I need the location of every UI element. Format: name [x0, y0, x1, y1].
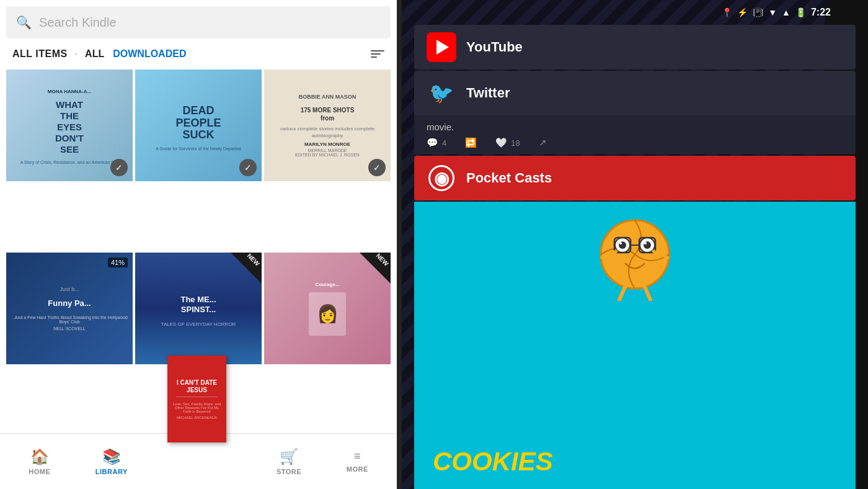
floating-book-author: MICHAEL ARCENEAUX [177, 416, 217, 419]
all-items-filter[interactable]: ALL ITEMS [12, 48, 68, 60]
book-item[interactable]: Just b... Funny Pa... ...And a Few Hard … [6, 253, 133, 364]
svg-point-6 [644, 242, 647, 244]
search-icon: 🔍 [16, 15, 32, 30]
like-action[interactable]: 🤍 18 [495, 137, 520, 148]
pocket-casts-icon: ◉ [428, 165, 454, 191]
wifi-icon: ▼ [768, 7, 777, 17]
retweet-icon: 🔁 [465, 137, 477, 148]
kindle-panel: 🔍 Search Kindle ALL ITEMS · ALL DOWNLOAD… [0, 0, 397, 489]
new-badge-text-6: NEW [374, 253, 389, 267]
youtube-logo [427, 32, 456, 62]
share-icon: ↗ [539, 137, 547, 148]
library-label: LIBRARY [95, 468, 128, 475]
twitter-actions: 💬 4 🔁 🤍 18 ↗ [427, 137, 843, 148]
reply-count: 4 [442, 138, 446, 148]
signal-icon: ▲ [782, 7, 790, 17]
new-badge-text: NEW [246, 253, 260, 267]
book-subtitle-2: A Guide for Survivors of the Newly Depar… [156, 146, 241, 151]
youtube-card[interactable]: YouTube [414, 25, 856, 70]
pocket-casts-name: Pocket Casts [466, 170, 552, 186]
pocket-casts-logo: ◉ [427, 163, 456, 193]
like-icon: 🤍 [495, 137, 507, 148]
cookies-card[interactable]: COOKIES [414, 202, 856, 489]
svg-line-10 [619, 285, 626, 300]
all-filter[interactable]: ALL [85, 48, 104, 60]
downloaded-badge-3: ✓ [368, 159, 386, 176]
sort-button[interactable] [371, 50, 384, 58]
pocket-casts-card[interactable]: ◉ Pocket Casts [414, 156, 856, 200]
nav-store[interactable]: 🛒 STORE [277, 448, 301, 475]
youtube-header: YouTube [414, 25, 856, 70]
book-cover-6: Courage... 👩 [264, 253, 391, 364]
store-label: STORE [277, 468, 301, 475]
pocket-casts-header: ◉ Pocket Casts [414, 156, 856, 200]
book-title-5: The ME...SPINST... [175, 290, 221, 319]
panel-divider [397, 0, 402, 489]
floating-book-title: I Can't Date Jesus [171, 379, 223, 394]
app-switcher: YouTube 🐦 Twitter movie. 💬 4 🔁 [402, 25, 868, 489]
nav-library[interactable]: 📚 LIBRARY [95, 448, 128, 475]
book-cover-4: Just b... Funny Pa... ...And a Few Hard … [6, 253, 133, 364]
more-label: MORE [347, 465, 368, 473]
floating-book-subtitle: Love, Sex, Family, Race, and Other Reaso… [171, 402, 223, 413]
twitter-bird-icon: 🐦 [429, 81, 454, 105]
tweet-text: movie. [427, 122, 843, 132]
home-icon: 🏠 [30, 448, 49, 465]
share-action[interactable]: ↗ [539, 137, 547, 148]
svg-line-11 [644, 285, 650, 300]
status-bar: 📍 ⚡ 📳 ▼ ▲ 🔋 7:22 [402, 0, 868, 25]
sort-line-2 [371, 53, 381, 55]
like-count: 18 [511, 138, 520, 148]
sort-line-3 [371, 56, 377, 58]
book-item[interactable]: The ME...SPINST... TALES OF EVERYDAY HOR… [135, 253, 262, 364]
nav-home[interactable]: 🏠 HOME [29, 448, 50, 475]
book-title-1: WHATTHEEYESDON'TSEE [50, 94, 89, 160]
filter-separator: · [75, 48, 78, 60]
svg-point-3 [619, 242, 622, 244]
sort-line-1 [371, 50, 384, 52]
book-author-4: NELL SCOVELL [53, 326, 86, 331]
twitter-logo: 🐦 [427, 78, 456, 108]
store-icon: 🛒 [280, 448, 298, 465]
book-item[interactable]: BOBBIE ANN MASON 175 MORE SHOTSfrom vari… [264, 70, 391, 181]
downloaded-badge-2: ✓ [239, 159, 257, 176]
book-item[interactable]: MONA HANNA-A... WHATTHEEYESDON'TSEE A St… [6, 70, 133, 181]
percent-badge-4: 41% [108, 258, 128, 267]
floating-book-popup[interactable]: I Can't Date Jesus Love, Sex, Family, Ra… [167, 356, 226, 442]
vibrate-icon: 📳 [753, 7, 763, 17]
reply-icon: 💬 [427, 137, 438, 148]
book-title-4: Funny Pa... [43, 294, 95, 313]
search-bar[interactable]: 🔍 Search Kindle [6, 6, 391, 38]
home-label: HOME [29, 468, 50, 475]
downloaded-badge-1: ✓ [110, 159, 128, 176]
retweet-action[interactable]: 🔁 [465, 137, 477, 148]
battery-icon: 🔋 [795, 7, 806, 17]
twitter-name: Twitter [466, 85, 510, 101]
book-item[interactable]: Courage... 👩 NEW [264, 253, 391, 364]
youtube-name: YouTube [466, 39, 523, 55]
location-icon: 📍 [722, 7, 732, 17]
status-time: 7:22 [811, 7, 831, 18]
cookie-character [588, 208, 681, 301]
youtube-play-icon [436, 40, 449, 55]
reply-action[interactable]: 💬 4 [427, 137, 446, 148]
book-cover-5: The ME...SPINST... TALES OF EVERYDAY HOR… [135, 253, 262, 364]
library-icon: 📚 [102, 448, 121, 465]
book-item[interactable]: DEADPEOPLESUCK A Guide for Survivors of … [135, 70, 262, 181]
downloaded-filter[interactable]: DOWNLOADED [113, 48, 186, 60]
filter-bar: ALL ITEMS · ALL DOWNLOADED [0, 38, 397, 70]
search-placeholder: Search Kindle [39, 16, 117, 30]
book-subtitle-1: A Story of Crisis, Resistance, and an Am… [16, 160, 124, 164]
twitter-card[interactable]: 🐦 Twitter movie. 💬 4 🔁 🤍 18 [414, 71, 856, 155]
more-icon: ≡ [354, 450, 361, 463]
book-title-2: DEADPEOPLESUCK [170, 100, 226, 146]
twitter-content: movie. 💬 4 🔁 🤍 18 ↗ [414, 115, 856, 155]
android-panel: 📍 ⚡ 📳 ▼ ▲ 🔋 7:22 YouTube 🐦 Twitter [402, 0, 868, 489]
cookies-text: COOKIES [433, 447, 553, 477]
twitter-header: 🐦 Twitter [414, 71, 856, 115]
bluetooth-icon: ⚡ [737, 7, 748, 17]
nav-more[interactable]: ≡ MORE [347, 450, 368, 473]
book-title-3: 175 MORE SHOTSfrom [297, 102, 358, 126]
